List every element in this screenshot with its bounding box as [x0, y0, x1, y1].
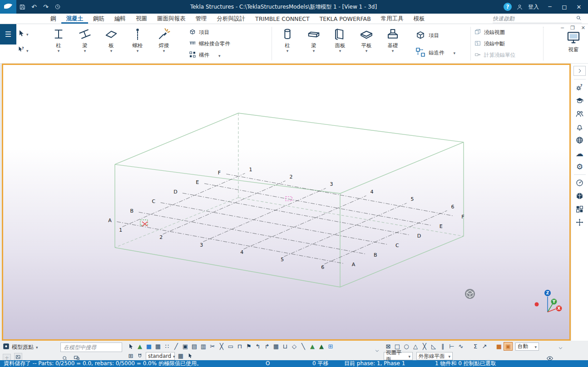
tab-混凝土[interactable]: 混凝土 — [61, 14, 89, 24]
settings-gear-icon[interactable]: ⚙ — [573, 160, 586, 173]
select-area-icon[interactable]: ▭ — [226, 342, 235, 351]
snap-parallel-icon[interactable]: ∥ — [438, 342, 447, 351]
tool-cast-unit[interactable]: 鑄造件 — [415, 44, 455, 61]
ribbon-minimize-icon[interactable] — [561, 25, 564, 31]
collaboration-people-icon[interactable] — [573, 107, 586, 120]
close-button[interactable] — [573, 0, 585, 14]
select-view-icon[interactable]: ▥ — [199, 342, 208, 351]
ribbon-restore-icon[interactable] — [570, 25, 575, 31]
learning-cap-icon[interactable] — [573, 94, 586, 107]
tab-鋼筋[interactable]: 鋼筋 — [88, 14, 109, 24]
tool-plate[interactable]: 板▾ — [98, 26, 124, 53]
quick-launch[interactable] — [493, 15, 582, 23]
tab-TRIMBLE CONNECT[interactable]: TRIMBLE CONNECT — [250, 14, 315, 24]
quick-launch-input[interactable] — [493, 15, 576, 22]
history-button[interactable] — [52, 0, 64, 14]
tool-steel-beam[interactable]: 梁▾ — [72, 26, 98, 53]
model-search-input[interactable] — [60, 342, 122, 352]
auto-depth-dropdown[interactable]: 自動 — [515, 342, 539, 351]
redo-button[interactable] — [40, 0, 52, 14]
notifications-bell-icon[interactable] — [573, 120, 586, 134]
tool-bolt[interactable]: 螺栓▾ — [124, 26, 151, 53]
chevron-down-icon[interactable]: ▾ — [110, 49, 113, 53]
snap-depth-icon[interactable]: ▣ — [504, 342, 513, 351]
chevron-down-icon[interactable] — [36, 344, 38, 350]
chevron-down-icon[interactable]: ▾ — [163, 49, 165, 53]
tab-模板[interactable]: 模板 — [409, 14, 430, 24]
chevron-down-icon[interactable]: ▾ — [137, 49, 139, 53]
pick-cursor-icon[interactable] — [185, 352, 194, 360]
tool-pour-calc[interactable]: 計算澆鑄單位 — [474, 50, 515, 61]
settings-gears-icon[interactable]: ? — [573, 81, 586, 94]
tab-鋼[interactable]: 鋼 — [45, 14, 61, 24]
inquire-tool-button[interactable]: ? — [17, 42, 44, 59]
components-grid-icon[interactable]: ⊞ — [126, 352, 135, 360]
tab-常用工具[interactable]: 常用工具 — [376, 14, 409, 24]
tool-pour-view[interactable]: 澆鑄視圖 — [474, 27, 515, 38]
grid-display-icon[interactable]: ▦ — [176, 352, 185, 360]
online-globe-icon[interactable] — [573, 134, 586, 147]
tool-slab[interactable]: 平板▾ — [353, 26, 380, 53]
select-rebar-icon[interactable]: ▲ — [308, 342, 317, 351]
chevron-down-icon[interactable]: ▾ — [366, 49, 368, 53]
tool-item[interactable]: 項目 — [415, 27, 455, 44]
select-frame-icon[interactable]: ⊓ — [235, 342, 244, 351]
chevron-down-icon[interactable] — [173, 353, 175, 359]
chevron-down-icon[interactable] — [448, 353, 450, 359]
snap-curve-icon[interactable]: ∿ — [456, 342, 465, 351]
gauge-icon[interactable] — [573, 176, 586, 189]
tab-TEKLA POWERFAB[interactable]: TEKLA POWERFAB — [315, 14, 376, 24]
tab-編輯[interactable]: 編輯 — [109, 14, 131, 24]
tool-panel[interactable]: 面板▾ — [327, 26, 353, 53]
tool-weld[interactable]: 焊接▾ — [151, 26, 177, 53]
window-tool-button[interactable]: 視窗 — [560, 30, 587, 53]
tool-concrete-beam[interactable]: 梁▾ — [301, 26, 327, 53]
snap-plane-icon[interactable]: ■ — [494, 342, 504, 351]
cut-icon[interactable]: ✂ — [208, 342, 217, 351]
chevron-down-icon[interactable] — [534, 343, 537, 350]
select-filter-blue-icon[interactable]: ■ — [144, 342, 153, 351]
placement-crosshair-icon[interactable] — [573, 216, 586, 229]
tool-component[interactable]: 構件 — [189, 50, 230, 61]
tool-bolt-parts[interactable]: 螺栓接合零件 — [189, 38, 230, 50]
snap-any-icon[interactable]: Σ — [471, 342, 480, 351]
select-part-icon[interactable]: ▣ — [181, 342, 190, 351]
help-icon[interactable]: ? — [504, 3, 512, 11]
chevron-down-icon[interactable]: ▾ — [392, 49, 394, 53]
outline-plane-dropdown[interactable]: 外形線平面 — [416, 352, 453, 360]
file-menu-button[interactable] — [0, 24, 16, 45]
tool-item[interactable]: 項目 — [189, 27, 230, 38]
maximize-button[interactable] — [558, 0, 571, 14]
select-bend-left-icon[interactable]: ↰ — [253, 342, 262, 351]
chevron-down-icon[interactable]: ▾ — [58, 49, 60, 53]
tool-pour-break[interactable]: 澆鑄中斷 — [474, 38, 515, 50]
model-cube-icon[interactable] — [573, 189, 586, 203]
chevron-down-icon[interactable] — [408, 353, 410, 359]
chevron-down-icon[interactable] — [218, 52, 221, 59]
chevron-down-icon[interactable]: ▾ — [287, 49, 289, 53]
cloud-icon[interactable]: ☁ — [573, 147, 586, 160]
tool-steel-column[interactable]: 柱▾ — [45, 26, 72, 53]
select-grid-icon[interactable]: ▦ — [153, 342, 163, 351]
tab-圖面與報表[interactable]: 圖面與報表 — [152, 14, 191, 24]
tool-footing[interactable]: 基礎▾ — [380, 26, 406, 53]
save-button[interactable] — [16, 0, 28, 14]
tab-視圖[interactable]: 視圖 — [131, 14, 152, 24]
tool-concrete-column[interactable]: 柱▾ — [274, 26, 301, 53]
ribbon-close-icon[interactable] — [581, 25, 585, 31]
standard-dropdown[interactable]: standard — [146, 352, 175, 360]
select-line-icon[interactable]: ╱ — [172, 342, 181, 351]
magnet-icon[interactable] — [135, 352, 144, 360]
chevron-down-icon[interactable] — [26, 47, 29, 54]
select-filter-green-icon[interactable]: ▲ — [135, 342, 144, 351]
snap-nearest-icon[interactable]: ↗ — [480, 342, 489, 351]
chevron-down-icon[interactable]: ▾ — [84, 49, 86, 53]
select-mesh-icon[interactable]: ▲ — [317, 342, 326, 351]
select-slope-icon[interactable]: ╲ — [299, 342, 308, 351]
snap-overflow-icon[interactable] — [557, 344, 564, 352]
chevron-down-icon[interactable]: ▾ — [313, 49, 315, 53]
select-all-cursor-icon[interactable] — [126, 342, 135, 351]
snap-midpoint-icon[interactable]: △ — [411, 342, 420, 351]
organizer-icon[interactable] — [573, 203, 586, 216]
delete-icon[interactable]: ╳ — [217, 342, 226, 351]
